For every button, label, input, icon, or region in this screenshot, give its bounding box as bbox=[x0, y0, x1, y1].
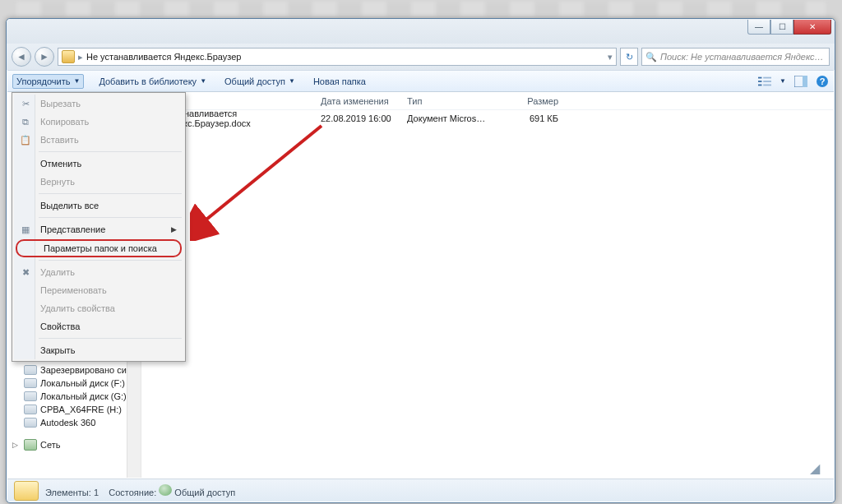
svg-rect-2 bbox=[758, 84, 761, 86]
menu-cut[interactable]: ✂Вырезать bbox=[14, 95, 183, 113]
menu-remove-props[interactable]: Удалить свойства bbox=[14, 299, 183, 317]
delete-icon: ✖ bbox=[19, 266, 32, 279]
copy-icon: ⧉ bbox=[19, 115, 32, 128]
chevron-down-icon: ▼ bbox=[200, 77, 206, 85]
col-type[interactable]: Тип bbox=[400, 96, 499, 106]
chevron-right-icon: ▸ bbox=[78, 52, 83, 62]
disk-icon bbox=[24, 405, 37, 414]
organize-button[interactable]: Упорядочить▼ bbox=[12, 74, 84, 89]
svg-rect-5 bbox=[763, 84, 771, 86]
cut-icon: ✂ bbox=[19, 97, 32, 110]
menu-redo[interactable]: Вернуть bbox=[14, 173, 183, 191]
nav-row: ◄ ► ▸ Не устанавливается Яндекс.Браузер … bbox=[7, 44, 835, 70]
svg-rect-0 bbox=[758, 76, 761, 78]
chevron-right-icon: ▶ bbox=[171, 225, 177, 234]
new-folder-button[interactable]: Новая папка bbox=[310, 75, 369, 88]
menu-delete[interactable]: ✖Удалить bbox=[14, 263, 183, 281]
view-mode-button[interactable] bbox=[758, 75, 771, 88]
forward-button[interactable]: ► bbox=[35, 47, 54, 67]
tree-cpba[interactable]: CPBA_X64FRE (H:) bbox=[7, 403, 141, 416]
disk-icon bbox=[24, 365, 37, 375]
menu-copy[interactable]: ⧉Копировать bbox=[14, 113, 183, 131]
svg-rect-3 bbox=[763, 76, 771, 78]
tree-reserved[interactable]: Зарезервировано си… bbox=[7, 363, 141, 377]
column-headers[interactable]: Имя Дата изменения Тип Размер bbox=[141, 92, 834, 110]
share-button[interactable]: Общий доступ▼ bbox=[221, 75, 298, 88]
status-elements-label: Элементы: bbox=[45, 488, 94, 497]
status-elements-count: 1 bbox=[94, 488, 99, 497]
expand-icon[interactable]: ▷ bbox=[12, 441, 21, 449]
chevron-down-icon[interactable]: ▼ bbox=[780, 77, 786, 85]
back-button[interactable]: ◄ bbox=[12, 47, 31, 67]
status-state-label: Состояние: bbox=[109, 488, 156, 497]
svg-rect-4 bbox=[763, 81, 771, 82]
layout-icon: ▦ bbox=[19, 223, 32, 236]
toolbar: Упорядочить▼ Добавить в библиотеку▼ Общи… bbox=[7, 70, 834, 92]
tree-disk-f[interactable]: Локальный диск (F:) bbox=[7, 377, 141, 390]
svg-text:?: ? bbox=[820, 76, 826, 86]
file-list[interactable]: Имя Дата изменения Тип Размер …станавлив… bbox=[141, 92, 834, 478]
search-input[interactable]: 🔍 Поиск: Не устанавливается Яндекс… bbox=[641, 48, 830, 66]
menu-undo[interactable]: Отменить bbox=[14, 155, 183, 173]
disk-icon bbox=[24, 378, 37, 388]
shared-icon bbox=[159, 484, 172, 496]
menu-paste[interactable]: 📋Вставить bbox=[14, 131, 183, 149]
disk-icon bbox=[24, 391, 37, 401]
tree-autodesk[interactable]: Autodesk 360 bbox=[7, 416, 141, 429]
status-shared: Общий доступ bbox=[174, 488, 235, 497]
breadcrumb[interactable]: ▸ Не устанавливается Яндекс.Браузер ▾ bbox=[58, 48, 617, 66]
col-size[interactable]: Размер bbox=[499, 96, 565, 106]
network-icon bbox=[24, 439, 37, 451]
search-placeholder: Поиск: Не устанавливается Яндекс… bbox=[660, 52, 824, 62]
folder-icon bbox=[62, 50, 75, 63]
cloud-icon bbox=[24, 418, 37, 428]
menu-rename[interactable]: Переименовать bbox=[14, 281, 183, 299]
organize-menu: ✂Вырезать ⧉Копировать 📋Вставить Отменить… bbox=[12, 92, 186, 362]
add-to-library-button[interactable]: Добавить в библиотеку▼ bbox=[95, 75, 210, 88]
chevron-down-icon: ▼ bbox=[73, 77, 80, 85]
menu-properties[interactable]: Свойства bbox=[14, 317, 183, 335]
file-size: 691 КБ bbox=[499, 113, 565, 123]
preview-pane-button[interactable] bbox=[794, 75, 807, 88]
paste-icon: 📋 bbox=[19, 133, 32, 146]
status-bar: Элементы: 1 Состояние: Общий доступ bbox=[7, 479, 834, 502]
menu-select-all[interactable]: Выделить все bbox=[14, 197, 183, 215]
folder-icon bbox=[14, 481, 39, 501]
col-date[interactable]: Дата изменения bbox=[314, 96, 400, 106]
tree-network[interactable]: ▷ Сеть bbox=[7, 437, 141, 452]
svg-rect-7 bbox=[803, 76, 807, 87]
menu-view[interactable]: ▦Представление▶ bbox=[14, 220, 183, 238]
close-button[interactable]: ✕ bbox=[793, 20, 831, 35]
help-button[interactable]: ? bbox=[816, 75, 829, 88]
menu-close[interactable]: Закрыть bbox=[14, 341, 183, 359]
refresh-button[interactable]: ↻ bbox=[620, 48, 638, 66]
resize-indicator: ◢ bbox=[810, 460, 820, 476]
file-type: Документ Micros… bbox=[400, 113, 499, 123]
maximize-button[interactable]: ☐ bbox=[770, 20, 793, 35]
file-row[interactable]: …станавливается Яндекс.Браузер.docx 22.0… bbox=[141, 110, 834, 127]
chevron-down-icon[interactable]: ▾ bbox=[608, 52, 613, 62]
breadcrumb-label: Не устанавливается Яндекс.Браузер bbox=[86, 52, 241, 62]
svg-rect-1 bbox=[758, 81, 761, 82]
menu-folder-options[interactable]: Параметры папок и поиска bbox=[16, 239, 182, 257]
file-date: 22.08.2019 16:00 bbox=[314, 113, 400, 123]
titlebar: — ☐ ✕ bbox=[7, 19, 835, 44]
minimize-button[interactable]: — bbox=[747, 20, 770, 35]
tree-disk-g[interactable]: Локальный диск (G:) bbox=[7, 390, 141, 403]
search-icon: 🔍 bbox=[645, 52, 657, 62]
explorer-window: — ☐ ✕ ◄ ► ▸ Не устанавливается Яндекс.Бр… bbox=[6, 18, 835, 503]
chevron-down-icon: ▼ bbox=[289, 77, 295, 85]
